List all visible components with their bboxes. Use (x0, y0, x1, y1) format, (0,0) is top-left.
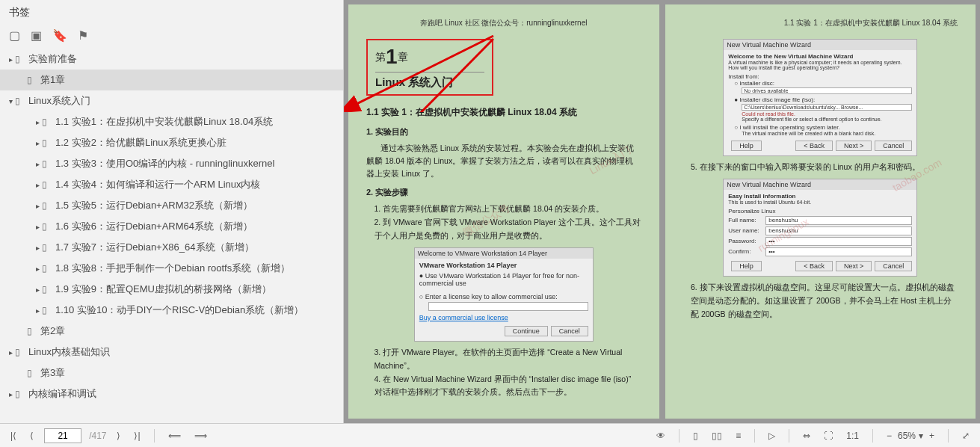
tree-label: Linux内核基础知识 (28, 345, 110, 359)
fit-page-icon[interactable]: ⛶ (821, 429, 836, 443)
caret-icon[interactable]: ▸ (6, 55, 15, 64)
chapter-number: 第1章 (375, 45, 484, 69)
bookmark-glyph-icon: ▯ (42, 242, 52, 253)
caret-icon[interactable]: ▸ (33, 160, 42, 168)
tree-label: 1.8 实验8：手把手制作一个Debian rootfs系统（新增） (55, 262, 290, 275)
caret-icon[interactable]: ▸ (6, 348, 15, 357)
caret-icon[interactable]: ▸ (33, 223, 42, 231)
fullscreen-icon[interactable]: ⤢ (959, 429, 973, 443)
tree-row[interactable]: ▸▯1.1 实验1：在虚拟机中安装优麒麟Linux 18.04系统 (0, 111, 343, 132)
bookmark-glyph-icon: ▯ (42, 263, 52, 274)
tree-row[interactable]: ▸▯1.10 实验10：动手DIY一个RISC-V的Debian系统（新增） (0, 300, 343, 321)
tree-row[interactable]: ▸▯1.2 实验2：给优麒麟Linux系统更换心脏 (0, 132, 343, 153)
caret-icon[interactable]: ▸ (6, 390, 15, 398)
tree-row[interactable]: ▾▯Linux系统入门 (0, 90, 343, 111)
zoom-in-button[interactable]: + (926, 429, 937, 443)
bookmark-glyph-icon: ▯ (27, 75, 37, 85)
tree-row[interactable]: ▸▯1.8 实验8：手把手制作一个Debian rootfs系统（新增） (0, 258, 343, 279)
bookmark-glyph-icon: ▯ (27, 368, 37, 378)
caret-icon[interactable]: ▸ (33, 139, 42, 147)
continuous-icon[interactable]: ≡ (733, 429, 744, 443)
tree-row[interactable]: ▸▯Linux内核基础知识 (0, 342, 343, 363)
tree-row[interactable]: ▸▯1.4 实验4：如何编译和运行一个ARM Linux内核 (0, 174, 343, 195)
bookmark-glyph-icon: ▯ (42, 179, 52, 190)
tree-label: 1.2 实验2：给优麒麟Linux系统更换心脏 (55, 136, 226, 149)
tree-row[interactable]: ▸▯1.7 实验7：运行Debian+X86_64系统（新增） (0, 237, 343, 258)
step-text: 5. 在接下来的窗口中输入即将要安装的 Linux 的用户名和密码。 (683, 161, 958, 174)
tree-label: 1.7 实验7：运行Debian+X86_64系统（新增） (55, 241, 254, 254)
last-page-button[interactable]: ⟩| (131, 429, 143, 443)
bookmark-glyph-icon: ▯ (42, 305, 52, 315)
caret-icon[interactable]: ▸ (33, 118, 42, 126)
chapter-name: Linux 系统入门 (375, 72, 484, 90)
pdf-page-left: 奔跑吧 Linux 社区 微信公众号：runninglinuxkernel 第1… (348, 4, 659, 419)
facing-page-icon[interactable]: ▯▯ (709, 429, 725, 443)
embedded-dialog: Welcome to VMware Workstation 14 Player … (414, 247, 594, 342)
page-number-input[interactable] (44, 428, 81, 443)
bookmark-icon[interactable]: 🔖 (52, 28, 67, 43)
tree-row[interactable]: ▸▯1.9 实验9：配置QEMU虚拟机的桥接网络（新增） (0, 279, 343, 300)
caret-icon[interactable]: ▸ (33, 244, 42, 252)
page-total-label: /417 (89, 431, 106, 441)
tree-label: 第2章 (40, 324, 65, 338)
bookmark-glyph-icon: ▯ (42, 138, 52, 148)
pdf-page-right: 1.1 实验 1：在虚拟机中安装优麒麟 Linux 18.04 系统 New V… (665, 4, 976, 419)
caret-icon[interactable]: ▸ (33, 306, 42, 315)
toc-collapse-icon[interactable]: ▣ (31, 28, 42, 43)
tree-row[interactable]: ▸▯1.3 实验3：使用O0编译的内核 - runninglinuxkernel (0, 153, 343, 174)
chapter-title-box: 第1章 Linux 系统入门 (366, 39, 493, 96)
fit-width-icon[interactable]: ⇔ (800, 429, 813, 443)
first-page-button[interactable]: |⟨ (7, 429, 19, 443)
tree-label: 1.3 实验3：使用O0编译的内核 - runninglinuxkernel (55, 157, 274, 170)
tree-row[interactable]: ▸▯内核编译和调试 (0, 383, 343, 404)
tree-row[interactable]: ▸▯1.6 实验6：运行Debian+ARM64系统（新增） (0, 216, 343, 237)
toc-expand-icon[interactable]: ▢ (9, 28, 20, 43)
tree-row[interactable]: ▯第1章 (0, 70, 343, 90)
page-viewport[interactable]: 奔跑吧 Linux 社区 微信公众号：runninglinuxkernel 第1… (344, 0, 980, 423)
caret-icon[interactable]: ▸ (33, 181, 42, 189)
step-text: 2. 到 VMware 官网下载 VMware Workstation Play… (366, 216, 641, 243)
tree-label: 1.4 实验4：如何编译和运行一个ARM Linux内核 (55, 178, 261, 191)
bookmark-glyph-icon: ▯ (42, 117, 52, 127)
tree-label: 实验前准备 (28, 52, 77, 66)
caret-icon[interactable]: ▾ (6, 97, 15, 105)
next-page-button[interactable]: ⟩ (114, 429, 123, 443)
caret-icon[interactable]: ▸ (33, 202, 42, 210)
single-page-icon[interactable]: ▯ (690, 429, 701, 443)
bookmark2-icon[interactable]: ⚑ (78, 28, 88, 43)
tree-label: 1.9 实验9：配置QEMU虚拟机的桥接网络（新增） (55, 283, 271, 296)
play-icon[interactable]: ▷ (765, 429, 778, 443)
step-text: 6. 接下来设置虚拟机的磁盘空间。这里尽可能设置大一点。虚拟机的磁盘空间是动态分… (683, 281, 958, 321)
zoom-out-button[interactable]: − (884, 429, 895, 443)
bookmark-glyph-icon: ▯ (15, 54, 25, 64)
read-mode-icon[interactable]: 👁 (653, 429, 668, 443)
caret-icon[interactable]: ▸ (33, 286, 42, 294)
page-header: 1.1 实验 1：在虚拟机中安装优麒麟 Linux 18.04 系统 (683, 18, 958, 28)
tree-label: 1.5 实验5：运行Debian+ARM32系统（新增） (55, 199, 253, 212)
caret-icon[interactable]: ▸ (33, 265, 42, 273)
sidebar-toolbar: ▢ ▣ 🔖 ⚑ (0, 25, 343, 49)
bookmark-tree: ▸▯实验前准备▯第1章▾▯Linux系统入门▸▯1.1 实验1：在虚拟机中安装优… (0, 49, 343, 423)
bottom-toolbar: |⟨ ⟨ /417 ⟩ ⟩| ⟸ ⟹ 👁 ▯ ▯▯ ≡ ▷ ⇔ ⛶ 1:1 − … (0, 423, 980, 447)
tree-label: 第1章 (40, 73, 65, 87)
bookmark-glyph-icon: ▯ (15, 347, 25, 357)
tree-row[interactable]: ▯第2章 (0, 321, 343, 342)
step-text: 3. 打开 VMware Player。在软件的主页面中选择 “Create a… (366, 346, 641, 373)
bookmark-glyph-icon: ▯ (42, 200, 52, 211)
tree-row[interactable]: ▯第3章 (0, 363, 343, 383)
step-text: 1. 首先需要到优麒麟官方网站上下载优麒麟 18.04 的安装介质。 (366, 203, 641, 216)
zoom-level-label[interactable]: 65% (898, 431, 916, 441)
prev-page-button[interactable]: ⟨ (27, 429, 37, 443)
actual-size-icon[interactable]: 1:1 (843, 429, 862, 443)
embedded-dialog: New Virtual Machine Wizard Easy Install … (723, 179, 917, 277)
embedded-dialog: New Virtual Machine Wizard Welcome to th… (723, 39, 917, 156)
nav-fwd-button[interactable]: ⟹ (191, 429, 210, 443)
tree-row[interactable]: ▸▯实验前准备 (0, 49, 343, 70)
tree-row[interactable]: ▸▯1.5 实验5：运行Debian+ARM32系统（新增） (0, 195, 343, 216)
zoom-dropdown-icon[interactable]: ▾ (919, 431, 923, 441)
nav-back-button[interactable]: ⟸ (165, 429, 184, 443)
page-header: 奔跑吧 Linux 社区 微信公众号：runninglinuxkernel (366, 18, 641, 28)
step-text: 4. 在 New Virtual Machine Wizard 界面中的 “In… (366, 373, 641, 400)
tree-label: 第3章 (40, 366, 65, 380)
bookmark-glyph-icon: ▯ (42, 158, 52, 169)
